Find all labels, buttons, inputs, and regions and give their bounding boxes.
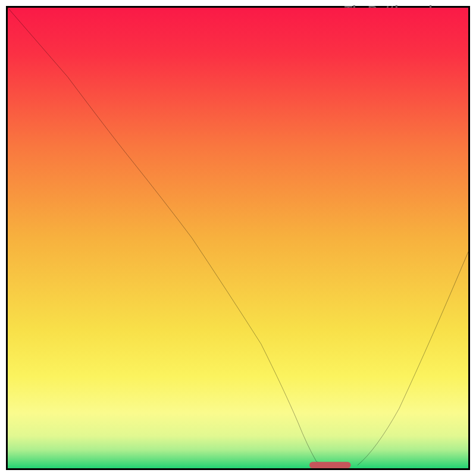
optimum-marker — [309, 462, 351, 468]
chart-svg — [8, 8, 468, 468]
chart-frame: TheBottleneck.com — [6, 6, 470, 470]
bottleneck-curve-right — [358, 252, 468, 465]
bottleneck-curve — [8, 8, 330, 466]
plot-area — [8, 8, 468, 468]
